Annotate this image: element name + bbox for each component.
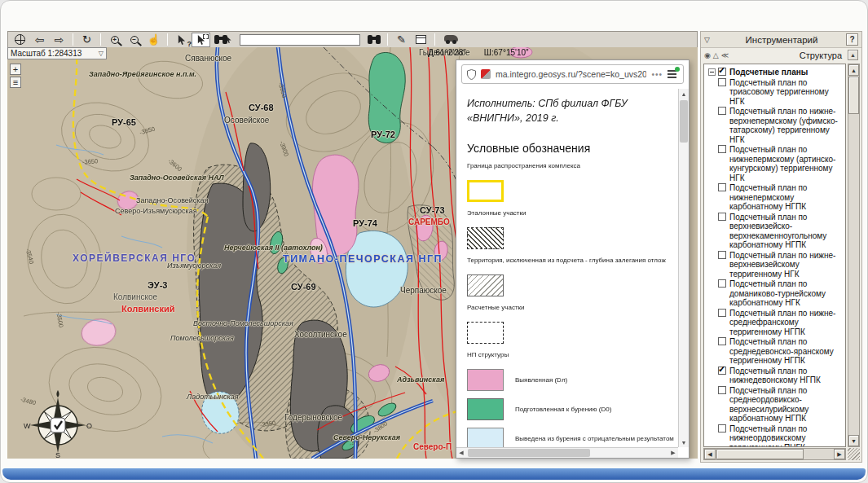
zoom-in-button[interactable]: + — [105, 33, 124, 47]
tree-checkbox[interactable] — [718, 367, 726, 375]
contour-elevation-label: -3650 — [82, 157, 99, 166]
tree-checkbox[interactable] — [718, 309, 726, 317]
tree-checkbox[interactable] — [718, 145, 726, 153]
legend-list: Граница распространения комплекса — [467, 162, 675, 447]
map-layers-button[interactable]: ≡ — [10, 77, 21, 88]
back-arrow-icon: ⇦ — [35, 34, 45, 46]
map-label: Изъямусюрская — [167, 261, 221, 270]
tree-item-label: Подсчетные планы — [729, 68, 844, 77]
zoom-out-button[interactable]: − — [125, 33, 143, 47]
tree-item[interactable]: Подсчетный план по среднеордовикско-верх… — [708, 386, 844, 424]
tree-item[interactable]: Подсчетный план по нижне-среднефранскому… — [708, 309, 844, 337]
map-zoom-in-button[interactable]: + — [10, 64, 21, 75]
collapse-icon[interactable]: ≪ — [721, 51, 729, 59]
map-label: Западно-Осовейская — [136, 196, 208, 204]
svg-text:S: S — [55, 451, 60, 459]
triangle-icon[interactable]: △ — [713, 51, 719, 59]
tree-item[interactable]: Подсчетный план по нижне-верхнепермскому… — [708, 107, 844, 144]
tree-item[interactable]: Подсчетный план по триасовому терригенно… — [708, 78, 844, 107]
tree-hscroll-thumb[interactable] — [716, 449, 804, 459]
map-label: СУ-69 — [291, 282, 316, 292]
search-input[interactable] — [240, 34, 360, 46]
address-bar[interactable]: ma.integro.geosys.ru/?scene=ko_uvs201 ••… — [461, 64, 684, 84]
tree-horizontal-scrollbar[interactable]: ◀ ▶ — [703, 448, 846, 460]
back-button[interactable]: ⇦ — [30, 33, 49, 47]
tree-checkbox[interactable] — [718, 68, 726, 76]
tree-checkbox[interactable] — [718, 183, 726, 191]
find-on-map-button[interactable] — [211, 33, 236, 47]
scale-indicator[interactable]: Масштаб 1:284313 ▽ — [7, 47, 107, 59]
tree-item[interactable]: Подсчетный план по нижнепермскому (артин… — [708, 145, 844, 182]
tree-item[interactable]: Подсчетный план по нижне-верхневизейском… — [708, 251, 844, 279]
scroll-up-icon[interactable]: ▲ — [848, 64, 859, 76]
tree-item-label: Подсчетный план по среднеордовикско-верх… — [729, 386, 844, 424]
structure-panel-bar: ◉ △ ≪ Структура ▲ — [701, 48, 861, 62]
tree-checkbox[interactable] — [718, 424, 726, 433]
map-toolbar: ⇦ ⇨ ↻ + − ☝ ? ✎ — [7, 31, 698, 48]
tree-vscroll-thumb[interactable] — [848, 77, 859, 114]
help-button[interactable]: ? — [846, 33, 858, 46]
tree-checkbox[interactable] — [718, 213, 726, 221]
sidebar-title: Инструментарий — [717, 35, 846, 45]
tree-checkbox[interactable] — [718, 279, 726, 288]
tree-item-label: Подсчетный план по нижнеордовикскому тер… — [729, 424, 844, 448]
tree-checkbox[interactable] — [718, 107, 726, 115]
legend-swatch — [467, 369, 504, 391]
tree-item[interactable]: Подсчетный план по среднедевонско-яранск… — [708, 337, 844, 366]
legend-row-title: Территория, исключенная из подсчета - гл… — [467, 257, 675, 264]
legend-row: Граница распространения комплекса — [467, 162, 675, 173]
tree-vertical-scrollbar[interactable]: ▲ ▼ — [848, 64, 860, 447]
map-label: САРЕМБО — [408, 217, 450, 226]
tree-item[interactable]: Подсчетный план по доманиково-турнейском… — [708, 279, 844, 308]
layout-button[interactable] — [412, 33, 430, 47]
tree-checkbox[interactable] — [718, 251, 726, 259]
tree-item[interactable]: Подсчетный план по нижнепермскому карбон… — [708, 183, 844, 212]
overview-globe-button[interactable] — [11, 33, 29, 47]
search-button[interactable] — [364, 33, 383, 47]
resize-grip[interactable] — [848, 448, 860, 460]
legend-row: Эталонные участки — [467, 209, 675, 220]
scroll-left-icon[interactable]: ◀ — [456, 448, 466, 458]
identify-button[interactable]: ? — [172, 33, 191, 47]
legend-row-line: Подготовленная к бурению (D0) — [467, 398, 675, 420]
tree-item[interactable]: Подсчетный план по верхневизейско-верхне… — [708, 213, 844, 250]
popup-vscroll-thumb[interactable] — [680, 100, 688, 143]
tree-checkbox[interactable] — [718, 386, 726, 394]
url-text[interactable]: ma.integro.geosys.ru/?scene=ko_uvs201 — [496, 69, 646, 79]
tree-checkbox[interactable] — [718, 78, 726, 86]
scroll-up-icon[interactable]: ▲ — [679, 89, 689, 99]
popup-horizontal-scrollbar[interactable]: ◀ ▶ — [456, 447, 678, 458]
bottom-status-bar — [2, 468, 866, 480]
popup-hscroll-thumb[interactable] — [468, 449, 590, 457]
scroll-left-icon[interactable]: ◀ — [704, 449, 716, 459]
map-label: РУ-72 — [371, 130, 395, 139]
hand-icon: ☝ — [147, 33, 160, 46]
legend-row-line: Выведена из бурения с отрицательным резу… — [467, 428, 675, 447]
reader-mode-icon[interactable] — [668, 69, 678, 79]
route-button[interactable] — [439, 33, 462, 47]
map-label: Западно-Осовейская НАЛ — [130, 173, 224, 182]
refresh-button[interactable]: ↻ — [77, 33, 96, 47]
tree-item[interactable]: Подсчетные планы — [708, 68, 844, 77]
forward-button[interactable]: ⇨ — [50, 33, 68, 47]
scroll-right-icon[interactable]: ▶ — [668, 448, 678, 458]
target-icon[interactable]: ◉ — [704, 51, 711, 59]
more-dots-icon[interactable]: ••• — [651, 70, 663, 79]
scroll-down-icon[interactable]: ▼ — [679, 437, 689, 447]
scroll-right-icon[interactable]: ▶ — [834, 449, 845, 459]
pan-button[interactable]: ☝ — [144, 33, 163, 47]
map-label: Западно-Ярейягинское н.п.м. — [89, 70, 196, 78]
tree-item[interactable]: Подсчетный план по нижнеордовикскому тер… — [708, 424, 844, 448]
tree-expander-icon[interactable] — [708, 68, 716, 76]
tree-item[interactable]: Подсчетный план по нижнедевонскому НГПК — [708, 367, 844, 385]
scroll-down-icon[interactable]: ▼ — [848, 435, 859, 446]
select-tool-button[interactable] — [192, 33, 210, 47]
scroll-up-icon[interactable]: ▲ — [848, 50, 858, 60]
tree-checkbox[interactable] — [718, 337, 726, 345]
popup-vertical-scrollbar[interactable]: ▲ ▼ — [678, 89, 689, 447]
map-label: Северо-П — [413, 442, 452, 451]
draw-button[interactable]: ✎ — [392, 33, 411, 47]
panel-dropdown-icon[interactable]: ▽ — [704, 36, 717, 44]
map-label: Помолесьшорская — [170, 334, 234, 342]
legend-row-line — [467, 322, 675, 344]
